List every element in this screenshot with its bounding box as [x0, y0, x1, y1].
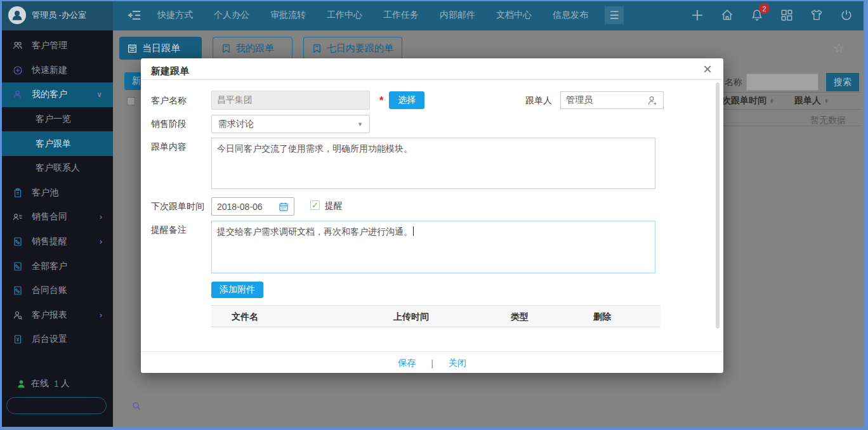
select-customer-button[interactable]: 选择 [389, 91, 424, 109]
sidebar-item-customer-contacts[interactable]: 客户联系人 [0, 156, 113, 181]
sidebar-item-customer-pool[interactable]: 客户池 [0, 181, 113, 205]
add-icon[interactable] [690, 8, 705, 23]
user-name-label: 管理员 -办公室 [32, 10, 86, 21]
tab-my-followup[interactable]: 我的跟单 [213, 37, 293, 60]
online-label: 在线 [31, 378, 49, 389]
sidebar-item-my-customers[interactable]: 我的客户 ∨ [0, 82, 113, 107]
theme-shirt-icon[interactable] [809, 8, 824, 23]
top-navigation-bar: 管理员 -办公室 快捷方式 个人办公 审批流转 工作中心 工作任务 内部邮件 文… [0, 0, 868, 30]
notifications-bell-icon[interactable]: 2 [749, 8, 765, 23]
sidebar-item-sales-contract[interactable]: 销售合同 › [0, 205, 113, 230]
window-frame-right[interactable] [864, 0, 868, 430]
nav-item-shortcuts[interactable]: 快捷方式 [157, 10, 193, 21]
sidebar-item-label: 快速新建 [32, 65, 67, 76]
current-user-block[interactable]: 管理员 -办公室 [0, 0, 113, 30]
window-frame-top [0, 0, 868, 1]
sidebar-item-customer-followup[interactable]: 客户跟单 [0, 131, 113, 156]
search-button[interactable]: 搜索 [826, 73, 859, 91]
nav-item-docs[interactable]: 文档中心 [496, 10, 532, 21]
close-icon[interactable]: × [703, 60, 712, 79]
apps-grid-icon[interactable] [779, 8, 794, 23]
nav-item-mail[interactable]: 内部邮件 [440, 10, 475, 21]
remind-checkbox[interactable]: ✓ [310, 200, 320, 210]
column-header-next-time[interactable]: 次跟单时间 ▲▼ [722, 95, 774, 107]
dialog-scrollbar[interactable] [716, 82, 720, 329]
remind-note-textarea[interactable]: 提交给客户需求调研文档，再次和客户进行沟通。 [211, 221, 655, 273]
remind-note-value: 提交给客户需求调研文档，再次和客户进行沟通。 [217, 226, 412, 237]
followup-content-textarea[interactable] [211, 138, 655, 189]
main-menu: 快捷方式 个人办公 审批流转 工作中心 工作任务 内部邮件 文档中心 信息发布 [157, 10, 588, 21]
col-delete: 删除 [593, 306, 611, 328]
nav-item-approval[interactable]: 审批流转 [270, 10, 306, 21]
bookmark-icon [312, 43, 322, 54]
chevron-right-icon: › [100, 237, 102, 246]
sidebar-item-label: 合同台账 [32, 285, 67, 296]
sidebar-search-input[interactable] [7, 401, 131, 410]
sidebar-collapse-icon[interactable] [127, 9, 142, 22]
sales-stage-select[interactable]: 需求讨论 ▼ [211, 115, 370, 133]
filter-name-input[interactable] [746, 74, 819, 91]
online-status: 在线 1 人 [0, 378, 113, 389]
sidebar-item-label: 客户一览 [36, 114, 71, 125]
select-all-checkbox[interactable] [127, 97, 135, 105]
sidebar-item-backend-settings[interactable]: 后台设置 [0, 327, 113, 352]
sidebar-item-quick-create[interactable]: 快速新建 [0, 58, 113, 83]
sidebar-item-customer-reports[interactable]: 客户报表 › [0, 303, 113, 328]
sidebar-item-label: 全部客户 [32, 261, 67, 272]
followup-content-label: 跟单内容 [151, 141, 187, 153]
tab-label: 七日内要跟的单 [327, 42, 393, 55]
col-filename: 文件名 [232, 306, 258, 328]
tab-seven-day-followup[interactable]: 七日内要跟的单 [303, 37, 402, 60]
tab-today-followup[interactable]: 当日跟单 [119, 37, 202, 60]
logout-power-icon[interactable] [839, 8, 854, 23]
person-add-icon[interactable] [647, 95, 658, 106]
new-followup-dialog: 新建跟单 × 客户名称 * 选择 跟单人 销售阶段 需求讨论 ▼ 跟单内容 下次… [141, 58, 723, 373]
sidebar-item-customer-overview[interactable]: 客户一览 [0, 107, 113, 132]
sidebar-item-label: 销售合同 [32, 211, 67, 223]
customer-name-input[interactable] [211, 91, 370, 110]
search-icon[interactable] [131, 401, 141, 411]
sidebar-search-box [6, 397, 107, 414]
next-followup-date-input[interactable] [217, 202, 279, 212]
remind-note-label: 提醒备注 [151, 225, 187, 236]
nav-item-workcenter[interactable]: 工作中心 [327, 10, 362, 21]
window-frame-left [0, 0, 2, 430]
dialog-footer: 保存 | 关闭 [141, 355, 723, 372]
col-type: 类型 [511, 306, 529, 328]
column-header-follower[interactable]: 跟单人 ▲▼ [794, 95, 829, 107]
sidebar-item-contract-ledger[interactable]: 合同台账 [0, 278, 113, 303]
ledger-book-icon [13, 334, 23, 344]
favorite-star-icon[interactable]: ☆ [833, 41, 845, 56]
plus-circle-icon [13, 65, 23, 75]
nav-item-infopub[interactable]: 信息发布 [553, 10, 588, 21]
home-icon[interactable] [720, 8, 735, 23]
sales-stage-value: 需求讨论 [218, 119, 254, 130]
dialog-title: 新建跟单 [151, 65, 189, 77]
follower-input[interactable] [566, 95, 647, 105]
add-attachment-button[interactable]: 添加附件 [211, 282, 263, 298]
col-upload-time: 上传时间 [393, 306, 429, 328]
topbar-action-icons: 2 [690, 8, 868, 23]
sidebar-item-customer-mgmt[interactable]: 客户管理 [0, 34, 113, 58]
online-person-icon [16, 379, 26, 389]
nav-item-personal[interactable]: 个人办公 [214, 10, 249, 21]
calendar-icon[interactable] [279, 202, 289, 212]
sidebar-item-label: 后台设置 [32, 334, 67, 345]
person-search-icon [13, 310, 23, 320]
chevron-down-icon: ∨ [96, 90, 102, 99]
sort-icon[interactable]: ▲▼ [770, 98, 774, 103]
clipboard-icon [13, 188, 23, 198]
more-menu-icon[interactable]: ☰ [605, 6, 624, 24]
sidebar-item-sales-reminder[interactable]: 销售提醒 › [0, 230, 113, 254]
sort-icon[interactable]: ▲▼ [824, 98, 829, 103]
person-icon [13, 89, 23, 100]
save-button[interactable]: 保存 [398, 358, 416, 369]
nav-item-worktask[interactable]: 工作任务 [383, 10, 419, 21]
sidebar-item-label: 客户报表 [32, 309, 67, 321]
sidebar-item-label: 销售提醒 [32, 236, 67, 247]
sidebar-item-all-customers[interactable]: 全部客户 [0, 254, 113, 278]
notification-count-badge: 2 [759, 3, 770, 14]
close-button[interactable]: 关闭 [449, 358, 466, 369]
customer-name-label: 客户名称 [151, 95, 187, 107]
attachment-table: 文件名 上传时间 类型 删除 [211, 305, 661, 327]
